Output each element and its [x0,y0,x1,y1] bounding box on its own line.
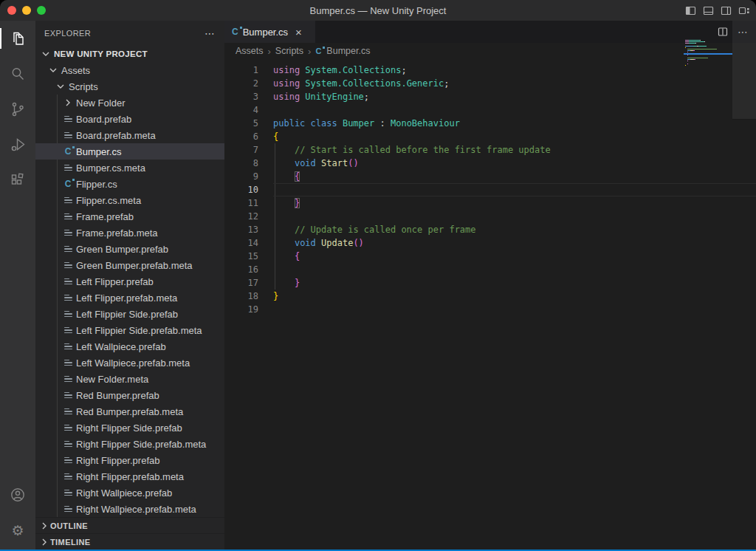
tree-file-right-flipper-prefab[interactable]: Right Flipper.prefab [35,452,224,468]
outline-section-header[interactable]: OUTLINE [35,517,224,533]
code-line-18[interactable]: 18} [224,290,756,303]
tree-file-left-flipper-prefab[interactable]: Left Flipper.prefab [35,273,224,290]
toggle-primary-sidebar-icon[interactable] [685,5,696,16]
vertical-scrollbar[interactable] [732,21,756,120]
tree-file-bumper-cs[interactable]: CBumper.cs [35,143,224,160]
breadcrumb-file[interactable]: Bumper.cs [326,46,370,56]
tree-file-frame-prefab-meta[interactable]: Frame.prefab.meta [35,225,224,241]
tree-file-green-bumper-prefab[interactable]: Green Bumper.prefab [35,241,224,257]
tree-file-flipper-cs-meta[interactable]: Flipper.cs.meta [35,192,224,208]
line-number: 1 [224,65,258,75]
code-line-3[interactable]: 3using UnityEngine; [224,90,756,103]
toggle-secondary-sidebar-icon[interactable] [721,5,732,16]
tree-item-label: Right Wallpiece.prefab [76,487,172,499]
tree-file-right-wallpiece-prefab-meta[interactable]: Right Wallpiece.prefab.meta [35,501,224,517]
settings-gear-icon[interactable]: ⚙ [0,513,35,548]
tree-file-new-folder-meta[interactable]: New Folder.meta [35,371,224,387]
tab-bar: C Bumper.cs × ⋯ [224,21,756,43]
line-number: 15 [224,251,258,261]
code-line-1[interactable]: 1using System.Collections; [224,64,756,77]
code-line-15[interactable]: 15 { [224,250,756,263]
tree-file-left-flipper-prefab-meta[interactable]: Left Flipper.prefab.meta [35,290,224,306]
customize-layout-icon[interactable] [738,5,750,16]
tree-folder-new-folder[interactable]: New Folder [35,95,224,111]
minimize-window-button[interactable] [22,6,31,15]
code-line-11[interactable]: 11 } [224,196,756,210]
explorer-more-actions-icon[interactable]: ⋯ [205,27,216,39]
close-tab-icon[interactable]: × [295,26,302,38]
tree-file-right-flipper-prefab-meta[interactable]: Right Flipper.prefab.meta [35,468,224,485]
line-number: 12 [224,211,258,222]
document-file-icon [62,373,74,385]
tree-file-flipper-cs[interactable]: CFlipper.cs [35,176,224,192]
tree-file-green-bumper-prefab-meta[interactable]: Green Bumper.prefab.meta [35,257,224,273]
code-line-5[interactable]: 5public class Bumper : MonoBehaviour [224,117,756,130]
split-editor-icon[interactable] [717,26,729,38]
source-control-icon[interactable] [0,92,35,127]
code-line-9[interactable]: 9 { [224,170,756,183]
code-line-10[interactable]: 10 [224,183,756,196]
tree-folder-scripts[interactable]: Scripts [35,78,224,95]
code-line-2[interactable]: 2using System.Collections.Generic; [224,77,756,90]
tree-file-board-prefab[interactable]: Board.prefab [35,111,224,127]
code-line-7[interactable]: 7 // Start is called before the first fr… [224,143,756,157]
minimap[interactable] [684,40,732,74]
tree-item-label: Right Flipper.prefab [76,455,159,466]
code-line-14[interactable]: 14 void Update() [224,236,756,250]
code-line-13[interactable]: 13 // Update is called once per frame [224,223,756,236]
window-title: Bumper.cs — New Unity Project [0,5,756,16]
csharp-file-icon: C [315,47,321,55]
csharp-file-icon: C [232,27,238,36]
tree-file-frame-prefab[interactable]: Frame.prefab [35,208,224,225]
tree-item-label: Bumper.cs [76,146,121,157]
zoom-window-button[interactable] [37,6,46,15]
code-editor[interactable]: 1using System.Collections;2using System.… [224,62,756,551]
tree-item-label: Right Flipper Side.prefab.meta [76,439,206,450]
accounts-icon[interactable] [0,477,35,513]
tree-file-right-flipper-side-prefab[interactable]: Right Flipper Side.prefab [35,420,224,436]
document-file-icon [62,162,74,174]
tree-file-left-flippier-side-prefab[interactable]: Left Flippier Side.prefab [35,306,224,322]
code-line-6[interactable]: 6{ [224,130,756,143]
extensions-icon[interactable] [0,162,35,198]
tree-file-left-wallpiece-prefab[interactable]: Left Wallpiece.prefab [35,338,224,355]
tree-file-red-bumper-prefab[interactable]: Red Bumper.prefab [35,387,224,403]
line-number: 11 [224,198,258,208]
code-line-16[interactable]: 16 [224,263,756,276]
document-file-icon [62,357,74,369]
tree-file-left-flippier-side-prefab-meta[interactable]: Left Flippier Side.prefab.meta [35,322,224,338]
explorer-icon[interactable] [0,21,35,56]
tree-file-left-wallpiece-prefab-meta[interactable]: Left Wallpiece.prefab.meta [35,355,224,371]
toggle-panel-icon[interactable] [703,5,714,16]
tree-folder-assets[interactable]: Assets [35,62,224,78]
tree-item-label: Bumper.cs.meta [76,162,145,174]
tree-file-right-flipper-side-prefab-meta[interactable]: Right Flipper Side.prefab.meta [35,436,224,452]
search-icon[interactable] [0,56,35,92]
line-number: 18 [224,291,258,301]
document-file-icon [62,487,74,499]
tree-file-red-bumper-prefab-meta[interactable]: Red Bumper.prefab.meta [35,403,224,420]
code-line-17[interactable]: 17 } [224,276,756,290]
tree-folder-new-unity-project[interactable]: NEW UNITY PROJECT [35,46,224,62]
traffic-lights [7,6,46,15]
code-line-8[interactable]: 8 void Start() [224,157,756,170]
chevron-down-icon [40,48,52,60]
code-line-19[interactable]: 19 [224,303,756,316]
breadcrumb-assets[interactable]: Assets [236,46,264,56]
run-and-debug-icon[interactable] [0,127,35,162]
tab-bumper-cs[interactable]: C Bumper.cs × [224,21,315,43]
minimap-cursor-line [684,53,732,55]
tree-file-bumper-cs-meta[interactable]: Bumper.cs.meta [35,160,224,176]
code-line-12[interactable]: 12 [224,210,756,223]
line-number: 17 [224,278,258,288]
tree-file-board-prefab-meta[interactable]: Board.prefab.meta [35,127,224,143]
line-number: 7 [224,145,258,155]
close-window-button[interactable] [7,6,16,15]
tree-item-label: Right Wallpiece.prefab.meta [76,504,196,515]
code-line-4[interactable]: 4 [224,103,756,117]
timeline-section-header[interactable]: TIMELINE [35,533,224,550]
document-file-icon [62,324,74,336]
tree-file-right-wallpiece-prefab[interactable]: Right Wallpiece.prefab [35,485,224,501]
breadcrumb-scripts[interactable]: Scripts [275,46,303,56]
document-file-icon [62,470,74,482]
